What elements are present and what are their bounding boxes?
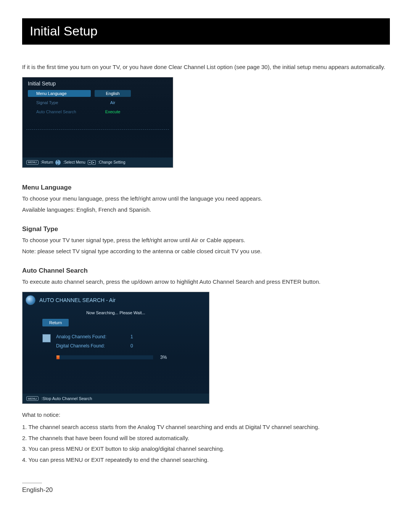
notice-item: 1. The channel search access starts from… (22, 422, 390, 433)
osd-auto-channel-search: AUTO CHANNEL SEARCH - Air Now Searching.… (22, 292, 209, 404)
notice-item: 3. You can press MENU or EXIT button to … (22, 444, 390, 455)
osd2-return-row[interactable]: Return (42, 319, 194, 326)
analog-found-label: Analog Channels Found: (56, 334, 123, 339)
footer-return-label: :Return (41, 160, 53, 164)
section-body: Note: please select TV signal type accor… (22, 246, 390, 256)
osd-initial-setup: Initial Setup Menu Language English Sign… (22, 77, 173, 168)
analog-found-value: 1 (130, 334, 133, 339)
found-thumb-icon (42, 334, 51, 342)
page-title: Initial Setup (22, 18, 390, 45)
section-body: Available languages: English, French and… (22, 205, 390, 215)
section-body: To choose your TV tuner signal type, pre… (22, 235, 390, 245)
progress-percent: 3% (160, 355, 167, 360)
left-right-arrows-icon: ◂▸ (88, 160, 96, 165)
osd-row-signal-type[interactable]: Signal Type Air (28, 98, 167, 107)
analog-found-line: Analog Channels Found: 1 (56, 334, 133, 339)
intro-text: If it is the first time you turn on your… (22, 63, 390, 72)
section-heading: Signal Type (22, 225, 390, 233)
section-heading: Auto Channel Search (22, 267, 390, 275)
osd2-subtitle: Now Searching... Please Wait... (23, 310, 209, 315)
section-menu-language: Menu Language To choose your menu langua… (22, 184, 390, 215)
osd-row-label: Signal Type (28, 100, 91, 105)
osd-divider (26, 129, 169, 130)
notice-item: 4. You can press MENU or EXIT repeatedly… (22, 455, 390, 466)
osd-row-menu-language[interactable]: Menu Language English (28, 89, 167, 98)
digital-found-label: Digital Channels Found: (56, 343, 123, 349)
osd2-found: Analog Channels Found: 1 Digital Channel… (42, 334, 209, 349)
section-body: To choose your menu language, press the … (22, 194, 390, 204)
osd-row-value: Air (95, 100, 131, 105)
section-heading: Menu Language (22, 184, 390, 191)
up-down-arrows-icon (55, 160, 61, 165)
osd2-footer: MENU :Stop Auto Channel Search (23, 394, 209, 403)
page-number: English-20 (22, 486, 390, 494)
osd-row-value: Execute (95, 109, 131, 114)
menu-button-icon: MENU (26, 160, 39, 165)
digital-found-line: Digital Channels Found: 0 (56, 343, 133, 349)
progress-bar-wrap: 3% (56, 355, 209, 360)
progress-bar-fill (56, 355, 60, 359)
notice-item: 2. The channels that have been found wil… (22, 433, 390, 444)
menu-button-icon: MENU (26, 396, 39, 401)
osd2-title: AUTO CHANNEL SEARCH - Air (39, 297, 116, 303)
globe-icon (26, 295, 35, 305)
footer-change-label: :Change Setting (98, 160, 126, 164)
notice-heading: What to notice: (22, 411, 390, 418)
section-signal-type: Signal Type To choose your TV tuner sign… (22, 225, 390, 256)
osd-title: Initial Setup (23, 77, 173, 89)
digital-found-value: 0 (130, 343, 133, 349)
progress-bar (56, 355, 153, 360)
footer-select-label: :Select Menu (63, 160, 85, 164)
osd2-header: AUTO CHANNEL SEARCH - Air (23, 292, 209, 307)
osd-footer: MENU :Return :Select Menu ◂▸ :Change Set… (23, 158, 173, 167)
page-number-rule (22, 483, 42, 483)
return-button[interactable]: Return (42, 319, 69, 326)
osd-row-label: Auto Channel Search (28, 109, 91, 114)
stop-search-label: :Stop Auto Channel Search (42, 396, 92, 401)
section-body: To execute auto channel search, press th… (22, 277, 390, 287)
osd2-found-lines: Analog Channels Found: 1 Digital Channel… (56, 334, 133, 349)
osd-body: Menu Language English Signal Type Air Au… (23, 89, 173, 116)
osd-row-label: Menu Language (28, 90, 91, 97)
osd-row-auto-channel-search[interactable]: Auto Channel Search Execute (28, 107, 167, 116)
section-auto-channel-search: Auto Channel Search To execute auto chan… (22, 267, 390, 287)
osd-row-value: English (95, 90, 131, 97)
manual-page: Initial Setup If it is the first time yo… (0, 0, 412, 532)
